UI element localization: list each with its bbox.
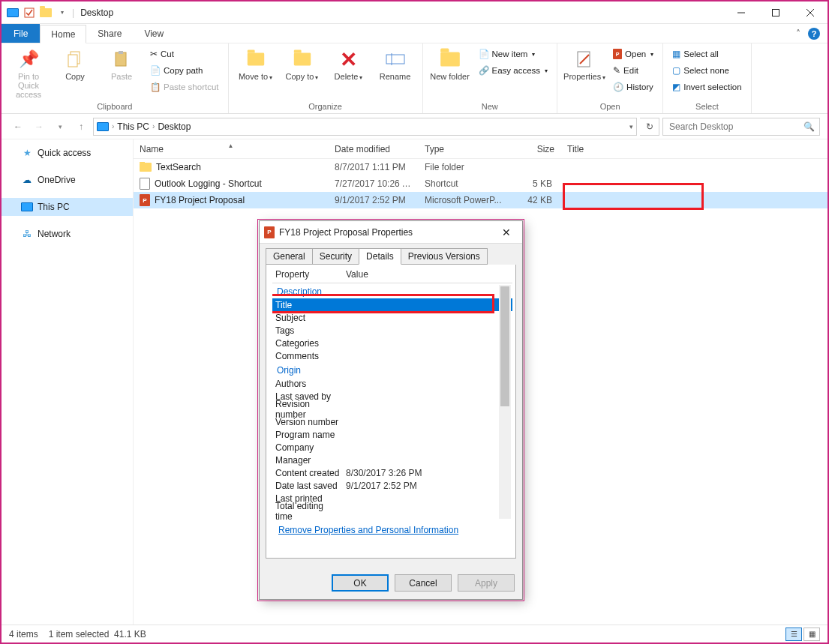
tab-view[interactable]: View: [133, 24, 175, 43]
list-item[interactable]: Outlook Logging - Shortcut 7/27/2017 10:…: [134, 175, 827, 192]
list-item[interactable]: PFY18 Project Proposal 9/1/2017 2:52 PM …: [134, 192, 827, 208]
refresh-button[interactable]: ↻: [640, 118, 659, 136]
properties-button[interactable]: Properties▾: [563, 46, 605, 81]
location-icon: [97, 122, 109, 131]
tab-share[interactable]: Share: [86, 24, 133, 43]
property-row-title[interactable]: Title: [272, 298, 512, 311]
property-row[interactable]: Program name: [272, 428, 512, 441]
qat-properties-icon[interactable]: [23, 6, 36, 19]
group-origin: Origin: [272, 362, 512, 377]
grid-header-value[interactable]: Value: [343, 269, 512, 280]
search-input[interactable]: [668, 121, 803, 133]
rename-button[interactable]: Rename: [374, 46, 416, 81]
file-menu[interactable]: File: [2, 24, 40, 43]
qat-dropdown-icon[interactable]: ▾: [56, 6, 69, 19]
explorer-window: ▾ | Desktop File Home Share View ˄ ?: [0, 0, 829, 644]
edit-button[interactable]: ✎Edit: [610, 63, 656, 78]
tab-security[interactable]: Security: [312, 248, 359, 265]
cancel-button[interactable]: Cancel: [395, 574, 452, 592]
property-row[interactable]: Total editing time: [272, 505, 512, 517]
scrollbar[interactable]: [499, 285, 511, 519]
col-type[interactable]: Type: [419, 144, 509, 154]
tab-previous-versions[interactable]: Previous Versions: [401, 248, 488, 265]
minimize-button[interactable]: [724, 1, 758, 24]
property-row[interactable]: Content created8/30/2017 3:26 PM: [272, 466, 512, 479]
tab-home[interactable]: Home: [40, 25, 86, 43]
paste-shortcut-button[interactable]: 📋Paste shortcut: [147, 79, 222, 94]
new-item-button[interactable]: 📄New item▾: [476, 46, 551, 61]
search-box[interactable]: 🔍: [662, 118, 820, 136]
copy-to-button[interactable]: Copy to▾: [281, 46, 323, 81]
paste-button[interactable]: Paste: [101, 46, 143, 81]
help-icon[interactable]: ?: [808, 28, 820, 40]
maximize-button[interactable]: [758, 1, 793, 24]
pin-to-quick-access-button[interactable]: 📌 Pin to Quick access: [8, 46, 50, 99]
property-row[interactable]: Subject: [272, 311, 512, 324]
copy-path-button[interactable]: 📄Copy path: [147, 63, 222, 78]
scissors-icon: ✂: [150, 49, 158, 59]
property-row[interactable]: Comments: [272, 349, 512, 362]
property-row[interactable]: Authors: [272, 377, 512, 390]
history-button[interactable]: 🕘History: [610, 79, 656, 94]
nav-quick-access[interactable]: ★Quick access: [2, 144, 133, 162]
status-selection: 1 item selected 41.1 KB: [49, 629, 146, 640]
back-button[interactable]: ←: [9, 118, 27, 136]
property-grid[interactable]: Description Title Subject Tags Categorie…: [272, 283, 512, 520]
close-button[interactable]: [793, 1, 827, 24]
history-icon: 🕘: [613, 82, 623, 92]
property-row[interactable]: Categories: [272, 337, 512, 349]
cut-button[interactable]: ✂Cut: [147, 46, 222, 61]
column-headers: Name▲ Date modified Type Size Title: [134, 139, 827, 159]
select-none-button[interactable]: ▢Select none: [669, 63, 744, 78]
property-row[interactable]: Version number: [272, 415, 512, 428]
navigation-pane: ★Quick access ☁OneDrive This PC 🖧Network: [2, 139, 134, 625]
tab-general[interactable]: General: [266, 248, 313, 265]
nav-onedrive[interactable]: ☁OneDrive: [2, 171, 133, 189]
property-row[interactable]: Date last saved9/1/2017 2:52 PM: [272, 479, 512, 492]
invert-selection-icon: ◩: [672, 82, 680, 92]
property-row[interactable]: Tags: [272, 324, 512, 337]
title-bar: ▾ | Desktop: [2, 1, 827, 24]
remove-properties-link[interactable]: Remove Properties and Personal Informati…: [272, 520, 458, 535]
property-row[interactable]: Manager: [272, 454, 512, 466]
address-dropdown-icon[interactable]: ▾: [629, 123, 633, 130]
apply-button[interactable]: Apply: [458, 574, 515, 592]
property-row[interactable]: Company: [272, 441, 512, 454]
details-view-button[interactable]: ☰: [785, 628, 802, 641]
recent-locations-button[interactable]: ▾: [51, 118, 69, 136]
select-all-button[interactable]: ▦Select all: [669, 46, 744, 61]
scrollbar-thumb[interactable]: [500, 286, 509, 406]
col-date[interactable]: Date modified: [329, 144, 419, 154]
collapse-ribbon-icon[interactable]: ˄: [796, 28, 800, 39]
col-size[interactable]: Size: [509, 144, 561, 154]
new-folder-button[interactable]: New folder: [429, 46, 471, 81]
dialog-close-button[interactable]: ✕: [495, 226, 518, 238]
copy-button[interactable]: Copy: [54, 46, 96, 81]
address-bar[interactable]: › This PC› Desktop ▾: [93, 118, 637, 136]
edit-icon: ✎: [613, 65, 620, 76]
grid-header-property[interactable]: Property: [272, 269, 343, 280]
folder-icon: [39, 6, 53, 19]
crumb-desktop[interactable]: Desktop: [158, 121, 191, 132]
crumb-thispc[interactable]: This PC: [117, 121, 149, 132]
delete-button[interactable]: ✕ Delete▾: [328, 46, 370, 81]
col-name[interactable]: Name▲: [134, 144, 329, 154]
star-icon: ★: [21, 147, 33, 159]
move-to-button[interactable]: Move to▾: [235, 46, 277, 81]
invert-selection-button[interactable]: ◩Invert selection: [669, 79, 744, 94]
shortcut-icon: [140, 178, 150, 190]
ok-button[interactable]: OK: [332, 574, 389, 592]
properties-dialog: P FY18 Project Proposal Properties ✕ Gen…: [259, 220, 523, 600]
property-row[interactable]: Revision number: [272, 403, 512, 415]
tab-details[interactable]: Details: [359, 248, 401, 265]
nav-this-pc[interactable]: This PC: [2, 198, 133, 216]
open-button[interactable]: POpen▾: [610, 46, 656, 61]
list-item[interactable]: TextSearch 8/7/2017 1:11 PM File folder: [134, 159, 827, 175]
copy-icon: [54, 46, 96, 72]
up-button[interactable]: ↑: [72, 118, 90, 136]
icons-view-button[interactable]: ▦: [803, 628, 820, 641]
easy-access-button[interactable]: 🔗Easy access▾: [476, 63, 551, 78]
col-title[interactable]: Title: [561, 144, 704, 154]
forward-button[interactable]: →: [30, 118, 48, 136]
nav-network[interactable]: 🖧Network: [2, 225, 133, 243]
